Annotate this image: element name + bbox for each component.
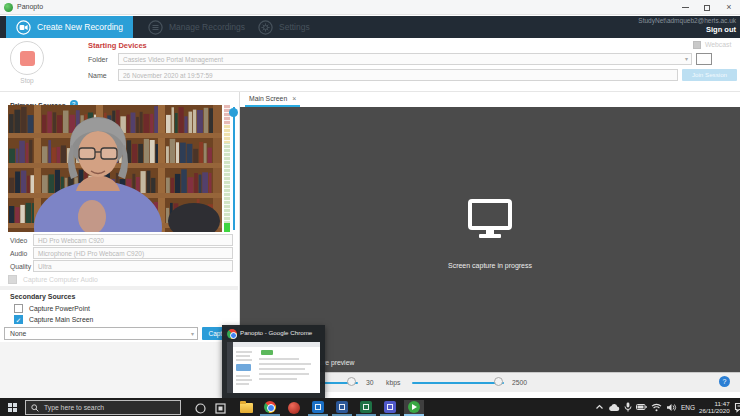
capture-powerpoint-checkbox[interactable] bbox=[14, 304, 23, 313]
task-view-icon bbox=[215, 403, 226, 414]
chrome-thumbnail-popup[interactable]: Panopto - Google Chrome bbox=[222, 325, 325, 398]
secondary-source-value: None bbox=[10, 330, 26, 337]
panopto-logo-icon bbox=[4, 3, 13, 12]
capture-main-screen-label: Capture Main Screen bbox=[29, 316, 93, 323]
cortana-icon bbox=[195, 403, 206, 414]
fps-slider-thumb[interactable] bbox=[347, 377, 356, 386]
taskbar-outlook[interactable] bbox=[308, 400, 328, 416]
onedrive-cloud-icon[interactable] bbox=[608, 403, 620, 412]
secondary-source-dropdown[interactable]: None ▾ bbox=[4, 327, 198, 340]
taskbar-clock[interactable]: 11:47 26/11/2020 bbox=[699, 400, 730, 414]
clock-date: 26/11/2020 bbox=[699, 407, 730, 414]
thumb-line bbox=[259, 363, 311, 365]
sign-out-link[interactable]: Sign out bbox=[638, 25, 736, 34]
stop-icon bbox=[20, 51, 35, 66]
monitor-icon bbox=[467, 198, 513, 244]
capture-main-screen-checkbox[interactable]: ✓ bbox=[14, 315, 23, 324]
fps-value: 30 bbox=[366, 379, 374, 386]
clock-time: 11:47 bbox=[699, 400, 730, 407]
camcorder-icon bbox=[16, 20, 31, 35]
excel-icon bbox=[360, 401, 372, 413]
thumb-line bbox=[236, 359, 252, 361]
nav-settings[interactable]: Settings bbox=[248, 16, 320, 38]
help-info-icon[interactable]: ? bbox=[719, 376, 730, 387]
chevron-down-icon: ▾ bbox=[685, 54, 688, 65]
quality-dropdown[interactable]: Ultra bbox=[33, 260, 233, 272]
thumb-line bbox=[259, 358, 299, 360]
red-app-icon bbox=[288, 402, 300, 414]
webcam-video-frame bbox=[8, 105, 222, 232]
screen-capture-status: Screen capture in progress bbox=[240, 262, 740, 269]
panel-empty-area bbox=[0, 342, 239, 398]
minimize-button[interactable] bbox=[674, 0, 696, 15]
start-button[interactable] bbox=[0, 398, 24, 416]
thumb-blue-button bbox=[236, 364, 251, 371]
volume-slider-track[interactable] bbox=[233, 107, 235, 230]
capture-computer-audio-checkbox[interactable] bbox=[8, 275, 17, 284]
taskbar-file-explorer[interactable] bbox=[236, 400, 256, 416]
audio-source-value: Microphone (HD Pro Webcam C920) bbox=[38, 250, 144, 257]
tab-main-screen[interactable]: Main Screen × bbox=[245, 92, 300, 107]
action-center-icon[interactable] bbox=[734, 402, 740, 413]
tray-chevron-up-icon[interactable] bbox=[595, 403, 604, 411]
tab-close-icon[interactable]: × bbox=[292, 95, 296, 102]
taskbar-app-red[interactable] bbox=[284, 400, 304, 416]
taskbar-teams[interactable] bbox=[380, 400, 400, 416]
file-explorer-icon bbox=[240, 403, 253, 413]
thumb-line bbox=[236, 355, 250, 357]
audio-source-dropdown[interactable]: Microphone (HD Pro Webcam C920) bbox=[33, 247, 233, 259]
windows-logo-icon bbox=[8, 403, 17, 412]
task-view-button[interactable] bbox=[210, 400, 230, 416]
audio-label: Audio bbox=[10, 250, 27, 257]
folder-dropdown[interactable]: Cassies Video Portal Management ▾ bbox=[118, 53, 692, 65]
nav-label: Create New Recording bbox=[37, 22, 123, 32]
close-button[interactable]: × bbox=[718, 0, 740, 15]
nav-create-new-recording[interactable]: Create New Recording bbox=[6, 16, 133, 38]
check-icon: ✓ bbox=[16, 317, 22, 324]
thumb-line bbox=[259, 373, 309, 375]
thumb-line bbox=[236, 375, 250, 377]
battery-icon[interactable] bbox=[636, 403, 647, 411]
thumb-line bbox=[236, 351, 252, 353]
taskbar-search[interactable]: Type here to search bbox=[25, 400, 181, 415]
folder-browse-button[interactable] bbox=[696, 53, 712, 65]
taskbar-chrome[interactable] bbox=[260, 400, 280, 416]
kbps-slider-track[interactable] bbox=[412, 382, 504, 384]
session-name-value: 26 November 2020 at 19:57:59 bbox=[123, 72, 213, 79]
popup-page-thumbnail[interactable] bbox=[227, 342, 320, 393]
session-name-input[interactable]: 26 November 2020 at 19:57:59 bbox=[118, 69, 678, 81]
chevron-down-icon: ▾ bbox=[191, 328, 194, 341]
microphone-icon[interactable] bbox=[624, 402, 632, 412]
capture-tabbar bbox=[240, 92, 740, 107]
thumb-sidebar bbox=[227, 342, 233, 393]
chrome-icon bbox=[227, 329, 237, 339]
account-area: StudyNet\admqueb2@herts.ac.uk Sign out bbox=[638, 17, 736, 34]
recording-status: Starting Devices bbox=[88, 41, 147, 50]
cortana-button[interactable] bbox=[190, 400, 210, 416]
join-session-button[interactable]: Join Session bbox=[682, 69, 737, 81]
volume-slider-thumb[interactable] bbox=[229, 108, 238, 117]
stop-button[interactable] bbox=[10, 41, 44, 75]
glasses bbox=[79, 148, 95, 159]
wifi-icon[interactable] bbox=[651, 403, 662, 412]
language-indicator[interactable]: ENG bbox=[681, 404, 695, 411]
nav-label: Manage Recordings bbox=[169, 22, 245, 32]
taskbar-excel[interactable] bbox=[356, 400, 376, 416]
window-titlebar: Panopto × bbox=[0, 0, 740, 15]
thumb-line bbox=[236, 379, 252, 381]
system-tray: ENG 11:47 26/11/2020 bbox=[595, 398, 740, 416]
nav-manage-recordings[interactable]: Manage Recordings bbox=[138, 16, 255, 38]
panopto-recorder-window: Panopto × Create New Recording Manage Re… bbox=[0, 0, 740, 416]
search-placeholder: Type here to search bbox=[44, 404, 104, 411]
webcast-checkbox[interactable] bbox=[693, 41, 701, 49]
speaker-icon[interactable] bbox=[666, 403, 677, 412]
kbps-value: 2500 bbox=[512, 379, 527, 386]
video-source-dropdown[interactable]: HD Pro Webcam C920 bbox=[33, 234, 233, 246]
taskbar-panopto[interactable] bbox=[404, 400, 424, 416]
maximize-button[interactable] bbox=[696, 0, 718, 15]
minimize-icon bbox=[682, 7, 689, 8]
taskbar-word[interactable] bbox=[332, 400, 352, 416]
close-icon: × bbox=[726, 0, 731, 15]
capture-computer-audio-row: Capture Computer Audio bbox=[8, 275, 98, 284]
kbps-slider-thumb[interactable] bbox=[494, 377, 503, 386]
